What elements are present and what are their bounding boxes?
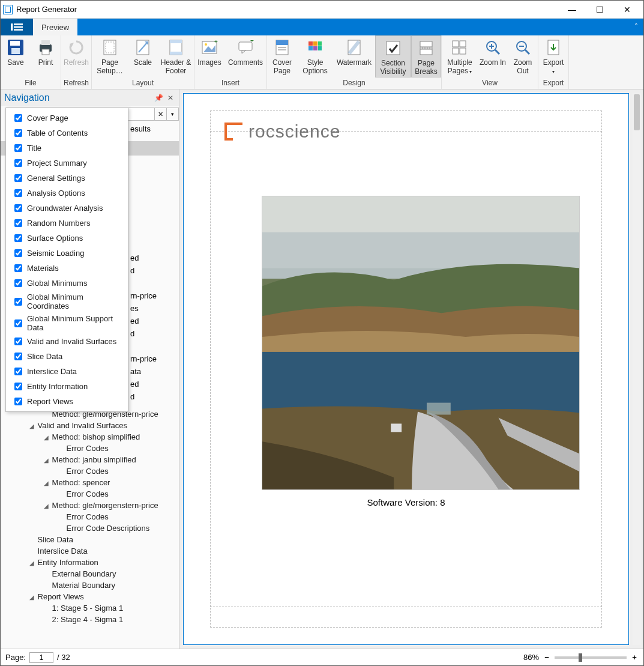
tree-item-label: Method: gle/morgenstern-price xyxy=(50,501,158,510)
visibility-check-project-summary[interactable]: Project Summary xyxy=(6,156,128,171)
tree-item[interactable]: ◢ Report Views xyxy=(2,591,178,602)
tree-item[interactable]: Interslice Data xyxy=(2,545,178,557)
checkbox[interactable] xyxy=(14,279,22,287)
print-button[interactable]: Print xyxy=(31,35,61,77)
header-footer-button[interactable]: Header & Footer xyxy=(158,35,194,77)
checkbox[interactable] xyxy=(14,298,22,306)
checkbox[interactable] xyxy=(14,114,22,122)
checkbox[interactable] xyxy=(14,398,22,405)
tree-item[interactable]: ◢ Method: spencer xyxy=(2,477,178,488)
comments-button[interactable]: + Comments xyxy=(224,35,266,77)
images-button[interactable]: + Images xyxy=(194,35,224,77)
checkbox[interactable] xyxy=(14,368,22,375)
page-number-input[interactable] xyxy=(29,652,53,663)
checkbox-label: Title xyxy=(27,144,41,153)
multiple-pages-button[interactable]: Multiple Pages ▾ xyxy=(442,35,478,77)
visibility-check-interslice-data[interactable]: Interslice Data xyxy=(6,364,128,379)
expand-arrow-icon[interactable]: ◢ xyxy=(28,560,35,566)
visibility-check-table-of-contents[interactable]: Table of Contents xyxy=(6,126,128,141)
search-dropdown-button[interactable]: ▾ xyxy=(167,107,179,121)
section-visibility-button[interactable]: Section Visibility xyxy=(375,35,411,77)
checkbox[interactable] xyxy=(14,189,22,197)
export-button[interactable]: Export▾ xyxy=(538,35,568,77)
app-icon xyxy=(3,5,13,14)
tree-item[interactable]: Error Codes xyxy=(2,488,178,500)
page-setup-button[interactable]: Page Setup… xyxy=(92,35,128,77)
zoom-in-button[interactable]: Zoom In xyxy=(478,35,508,77)
visibility-check-global-minimum-coordinates[interactable]: Global Minimum Coordinates xyxy=(6,291,128,312)
close-panel-button[interactable]: ✕ xyxy=(166,93,175,103)
tree-item[interactable]: ◢ Method: bishop simplified xyxy=(2,431,178,443)
visibility-check-global-minimums[interactable]: Global Minimums xyxy=(6,276,128,291)
tree-item[interactable]: Material Boundary xyxy=(2,580,178,591)
tree-item[interactable]: Error Code Descriptions xyxy=(2,522,178,534)
visibility-check-report-views[interactable]: Report Views xyxy=(6,394,128,409)
visibility-check-analysis-options[interactable]: Analysis Options xyxy=(6,186,128,201)
visibility-check-seismic-loading[interactable]: Seismic Loading xyxy=(6,246,128,261)
checkbox[interactable] xyxy=(14,264,22,272)
checkbox[interactable] xyxy=(14,144,22,152)
tree-item[interactable]: 1: Stage 5 - Sigma 1 xyxy=(2,602,178,614)
refresh-button[interactable]: Refresh xyxy=(61,35,91,77)
zoom-minus-button[interactable]: − xyxy=(543,653,551,662)
visibility-check-random-numbers[interactable]: Random Numbers xyxy=(6,216,128,231)
checkbox[interactable] xyxy=(14,383,22,390)
zoom-slider[interactable] xyxy=(555,656,627,659)
checkbox[interactable] xyxy=(14,129,22,137)
checkbox[interactable] xyxy=(14,353,22,360)
checkbox[interactable] xyxy=(14,159,22,167)
ribbon-menu-button[interactable] xyxy=(1,19,33,35)
maximize-button[interactable]: ☐ xyxy=(586,1,613,18)
style-options-button[interactable]: Style Options xyxy=(297,35,333,77)
tree-item[interactable]: Error Codes xyxy=(2,465,178,477)
tab-preview[interactable]: Preview xyxy=(33,19,77,35)
close-button[interactable]: ✕ xyxy=(613,1,641,18)
checkbox[interactable] xyxy=(14,319,22,327)
visibility-check-materials[interactable]: Materials xyxy=(6,261,128,276)
tree-item[interactable]: Slice Data xyxy=(2,534,178,545)
search-input[interactable] xyxy=(127,107,155,121)
minimize-button[interactable]: — xyxy=(558,1,586,18)
tree-item[interactable]: Error Codes xyxy=(2,443,178,454)
checkbox[interactable] xyxy=(14,174,22,182)
visibility-check-groundwater-analysis[interactable]: Groundwater Analysis xyxy=(6,201,128,216)
zoom-plus-button[interactable]: + xyxy=(630,653,639,662)
checkbox[interactable] xyxy=(14,219,22,227)
search-clear-button[interactable]: ✕ xyxy=(155,107,167,121)
page-breaks-button[interactable]: Page Breaks xyxy=(411,35,441,77)
tree-item[interactable]: ◢ Method: janbu simplified xyxy=(2,454,178,465)
vertical-scrollbar[interactable] xyxy=(633,93,641,645)
visibility-check-entity-information[interactable]: Entity Information xyxy=(6,379,128,394)
tree-item[interactable]: ◢ Entity Information xyxy=(2,557,178,568)
checkbox[interactable] xyxy=(14,338,22,345)
preview-page[interactable]: rocscience xyxy=(183,93,629,645)
checkbox[interactable] xyxy=(14,204,22,212)
tree-item[interactable]: External Boundary xyxy=(2,568,178,580)
visibility-check-surface-options[interactable]: Surface Options xyxy=(6,231,128,246)
tree-item[interactable]: ◢ Method: gle/morgenstern-price xyxy=(2,500,178,511)
save-button[interactable]: Save xyxy=(1,35,31,77)
tree-item[interactable]: ◢ Valid and Invalid Surfaces xyxy=(2,420,178,431)
visibility-check-valid-and-invalid-surfaces[interactable]: Valid and Invalid Surfaces xyxy=(6,334,128,349)
watermark-button[interactable]: Watermark xyxy=(333,35,375,77)
expand-arrow-icon[interactable]: ◢ xyxy=(28,423,35,429)
tree-item[interactable]: 2: Stage 4 - Sigma 1 xyxy=(2,614,178,625)
pin-button[interactable]: 📌 xyxy=(154,93,163,103)
expand-arrow-icon[interactable]: ◢ xyxy=(43,480,50,486)
checkbox[interactable] xyxy=(14,234,22,242)
expand-arrow-icon[interactable]: ◢ xyxy=(43,503,50,509)
expand-arrow-icon[interactable]: ◢ xyxy=(43,434,50,441)
visibility-check-slice-data[interactable]: Slice Data xyxy=(6,349,128,364)
visibility-check-global-minimum-support-data[interactable]: Global Minimum Support Data xyxy=(6,312,128,334)
checkbox[interactable] xyxy=(14,249,22,257)
visibility-check-general-settings[interactable]: General Settings xyxy=(6,171,128,186)
cover-page-button[interactable]: Cover Page xyxy=(267,35,297,77)
tree-item[interactable]: Error Codes xyxy=(2,511,178,522)
scale-button[interactable]: Scale xyxy=(128,35,158,77)
zoom-out-button[interactable]: Zoom Out xyxy=(508,35,538,77)
visibility-check-cover-page[interactable]: Cover Page xyxy=(6,110,128,126)
expand-arrow-icon[interactable]: ◢ xyxy=(28,594,35,601)
expand-arrow-icon[interactable]: ◢ xyxy=(43,457,50,464)
ribbon-collapse-button[interactable]: ˆ xyxy=(629,19,643,35)
visibility-check-title[interactable]: Title xyxy=(6,141,128,156)
